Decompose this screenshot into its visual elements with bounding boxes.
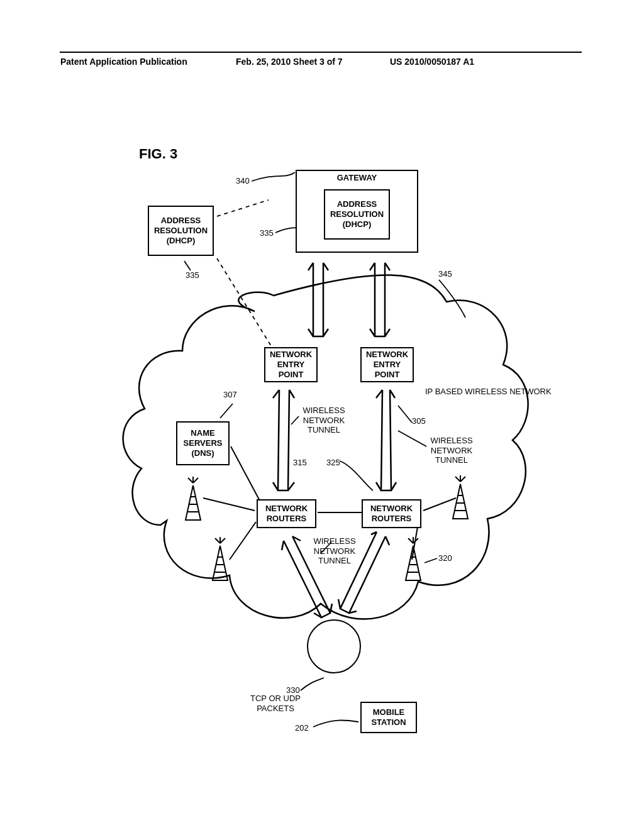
wireless-tunnel-label-1: WIRELESS NETWORK TUNNEL [299,406,349,435]
ref-345: 345 [438,269,452,279]
ref-325: 325 [326,458,340,467]
header-right: US 2010/0050187 A1 [390,57,474,67]
ip-based-network-label: IP BASED WIRELESS NETWORK [425,387,552,397]
dhcp-inner-box: ADDRESS RESOLUTION (DHCP) [324,189,390,240]
wireless-tunnel-label-2: WIRELESS NETWORK TUNNEL [426,436,477,465]
packet-circle [307,619,361,673]
network-entry-point-1: NETWORK ENTRY POINT [264,347,318,382]
network-router-2: NETWORK ROUTERS [362,499,421,528]
ref-305: 305 [412,416,426,426]
nr1-label: NETWORK ROUTERS [258,504,315,524]
tcp-udp-label: TCP OR UDP PACKETS [247,694,304,713]
dhcp-external-label: ADDRESS RESOLUTION (DHCP) [149,216,213,246]
ref-315: 315 [293,458,307,467]
gateway-label: GATEWAY [337,173,377,183]
ms-label: MOBILE STATION [362,707,416,728]
ref-335a: 335 [260,228,274,238]
ref-307: 307 [223,390,237,399]
ref-340: 340 [236,176,250,185]
dns-label: NAME SERVERS (DNS) [177,428,228,459]
wireless-tunnel-label-3: WIRELESS NETWORK TUNNEL [309,536,360,566]
nr2-label: NETWORK ROUTERS [363,504,420,524]
network-router-1: NETWORK ROUTERS [257,499,316,528]
figure-title: FIG. 3 [139,146,177,162]
dhcp-external-box: ADDRESS RESOLUTION (DHCP) [148,206,214,256]
mobile-station-box: MOBILE STATION [360,702,417,733]
dns-box: NAME SERVERS (DNS) [176,421,230,465]
nep1-label: NETWORK ENTRY POINT [265,350,316,380]
figure-3-diagram: GATEWAY ADDRESS RESOLUTION (DHCP) ADDRES… [60,170,582,748]
header-rule [60,52,582,53]
header-left: Patent Application Publication [60,57,187,67]
header-center: Feb. 25, 2010 Sheet 3 of 7 [236,57,343,67]
ref-202: 202 [295,723,309,733]
nep2-label: NETWORK ENTRY POINT [362,350,413,380]
gateway-box: GATEWAY ADDRESS RESOLUTION (DHCP) [296,170,418,253]
dhcp-inner-label: ADDRESS RESOLUTION (DHCP) [325,199,389,230]
ref-335b: 335 [186,270,199,280]
ref-320: 320 [438,553,452,563]
network-entry-point-2: NETWORK ENTRY POINT [360,347,414,382]
